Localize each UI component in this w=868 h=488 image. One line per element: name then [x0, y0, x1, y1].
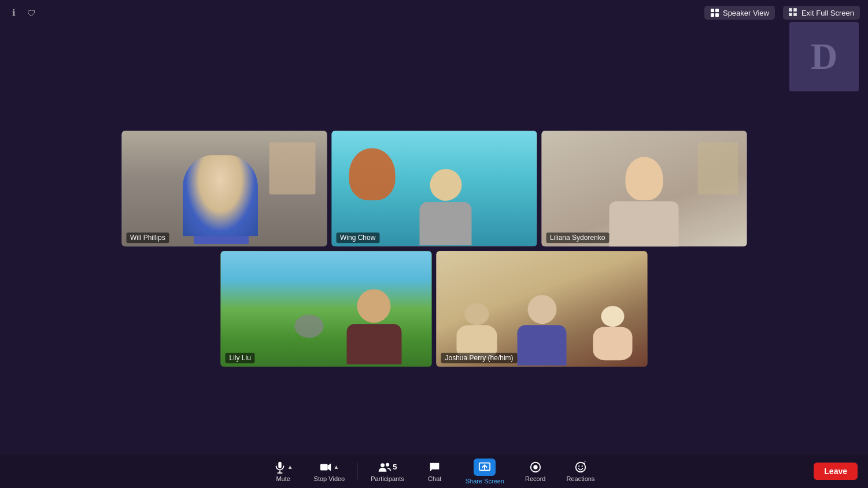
video-tile-joshua: Joshua Perry (he/him): [437, 251, 648, 367]
video-tile-wing: Wing Chow: [331, 131, 537, 246]
svg-rect-1: [715, 9, 719, 12]
poster-will: [269, 142, 315, 194]
top-bar-right: Speaker View Exit Full Screen: [704, 6, 860, 20]
svg-point-8: [381, 463, 385, 467]
name-tag-wing: Wing Chow: [336, 232, 379, 243]
leave-button[interactable]: Leave: [814, 463, 858, 480]
svg-point-15: [582, 465, 583, 467]
record-button[interactable]: Record: [515, 459, 556, 485]
shield-icon[interactable]: 🛡: [25, 7, 37, 19]
grid-icon: [710, 8, 719, 17]
body-joshua: [518, 325, 567, 365]
chat-label: Chat: [428, 475, 441, 482]
share-screen-button[interactable]: Share Screen: [455, 456, 515, 487]
video-row-2: Lily Liu: [221, 251, 648, 367]
stop-video-button[interactable]: ▲ Stop Video: [304, 459, 356, 485]
svg-point-14: [578, 465, 579, 467]
top-bar-left: ℹ 🛡: [8, 7, 37, 19]
person-wing: [417, 169, 475, 238]
person-lily: [345, 289, 403, 358]
video-tile-lily: Lily Liu: [221, 251, 432, 367]
speaker-view-label: Speaker View: [723, 9, 769, 17]
leave-label: Leave: [824, 467, 847, 476]
svg-rect-0: [711, 9, 714, 12]
share-screen-icon-wrap: [474, 459, 496, 476]
microphone-icon: [274, 461, 286, 474]
record-label: Record: [525, 475, 545, 482]
face-wing: [430, 169, 461, 201]
chat-icon-wrap: [429, 461, 441, 474]
video-grid: Will Phillips Wing Chow: [121, 131, 747, 367]
svg-rect-2: [711, 13, 714, 17]
reactions-button[interactable]: Reactions: [556, 459, 605, 485]
face-liliana: [625, 157, 663, 200]
body-wing: [420, 202, 472, 245]
person-joshua: [516, 295, 568, 358]
body-will: [194, 195, 249, 244]
face-will: [206, 163, 236, 193]
dog-right: [590, 306, 636, 355]
record-icon: [529, 461, 542, 474]
person-will: [189, 163, 253, 238]
exit-fullscreen-button[interactable]: Exit Full Screen: [783, 6, 860, 20]
tile-joshua-background: [437, 251, 648, 367]
tile-lily-background: [221, 251, 432, 367]
speaker-view-button[interactable]: Speaker View: [704, 6, 775, 20]
name-tag-lily: Lily Liu: [226, 353, 255, 363]
participants-label: Participants: [371, 475, 404, 482]
dog-left: [454, 303, 500, 355]
participants-icon: [378, 461, 391, 474]
reactions-label: Reactions: [566, 475, 594, 482]
mute-label: Mute: [276, 475, 290, 482]
face-joshua: [527, 295, 556, 324]
video-tile-will: Will Phillips: [121, 131, 327, 246]
patrick-shape: [349, 148, 395, 200]
video-row-1: Will Phillips Wing Chow: [121, 131, 747, 246]
svg-rect-3: [715, 13, 719, 17]
info-icon[interactable]: ℹ: [8, 7, 20, 19]
dog-body-right: [593, 327, 633, 360]
name-tag-joshua: Joshua Perry (he/him): [441, 353, 518, 363]
svg-rect-4: [278, 461, 282, 468]
chat-icon: [429, 461, 441, 474]
face-lily: [357, 289, 391, 323]
toolbar-divider-1: [357, 463, 358, 480]
tile-liliana-background: [541, 131, 747, 246]
reactions-icon-wrap: [574, 461, 587, 474]
exit-fullscreen-icon: [789, 8, 798, 17]
tile-wing-background: [331, 131, 537, 246]
video-icon: [319, 461, 332, 474]
body-lily: [346, 324, 401, 364]
hobbit-hole: [294, 315, 323, 338]
tile-will-background: [121, 131, 327, 246]
window-bg: [697, 142, 738, 194]
participants-button[interactable]: 5 Participants: [360, 459, 414, 485]
svg-point-13: [576, 462, 586, 472]
dog-head-right: [601, 306, 625, 327]
participants-count: 5: [393, 463, 397, 471]
participants-icon-wrap: 5: [378, 461, 397, 474]
name-tag-will: Will Phillips: [126, 232, 169, 243]
svg-rect-7: [320, 464, 328, 470]
stop-video-label: Stop Video: [314, 475, 345, 482]
record-icon-wrap: [529, 461, 542, 474]
dog-head-left: [465, 303, 489, 325]
reactions-icon: [574, 461, 587, 474]
share-screen-label: Share Screen: [466, 478, 504, 485]
name-tag-liliana: Liliana Sydorenko: [546, 232, 609, 243]
mute-button[interactable]: ▲ Mute: [263, 459, 304, 485]
stop-video-icon-wrap: ▲: [319, 461, 339, 474]
mute-icon-wrap: ▲: [274, 461, 293, 474]
person-liliana: [607, 157, 682, 241]
stop-video-caret[interactable]: ▲: [333, 464, 339, 470]
video-tile-liliana: Liliana Sydorenko: [541, 131, 747, 246]
mute-caret[interactable]: ▲: [287, 464, 293, 470]
avatar-tile: D: [789, 22, 859, 91]
body-liliana: [610, 201, 679, 246]
avatar-letter: D: [811, 35, 837, 78]
chat-button[interactable]: Chat: [415, 459, 455, 485]
svg-point-12: [533, 465, 537, 469]
bottom-toolbar: ▲ Mute ▲ Stop Video 5 Participants: [0, 454, 868, 488]
svg-point-9: [386, 463, 390, 466]
top-bar: ℹ 🛡 Speaker View Exit Full Screen: [0, 0, 868, 25]
